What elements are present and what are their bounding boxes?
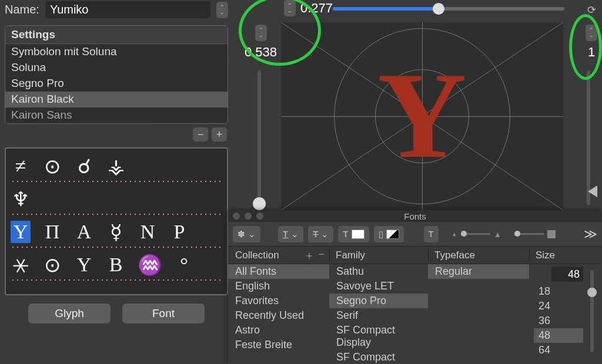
row-divider <box>11 279 222 281</box>
fonts-column-headers: Collection ＋ − Family Typeface Size <box>228 247 602 264</box>
settings-item[interactable]: Symbolon mit Soluna <box>5 44 228 60</box>
horizontal-slider-track[interactable] <box>333 7 564 11</box>
size-input[interactable] <box>551 267 583 282</box>
typography-icon: T <box>429 229 434 239</box>
strikethrough-button[interactable]: T⌄ <box>308 226 333 242</box>
collection-item[interactable]: Recently Used <box>228 308 329 323</box>
typography-button[interactable]: T <box>424 226 439 242</box>
collection-item[interactable]: English <box>228 279 329 294</box>
remove-setting-button[interactable]: − <box>193 127 208 141</box>
collection-item[interactable]: All Fonts <box>228 264 329 279</box>
glyph-cell[interactable]: Ρ <box>169 221 189 243</box>
glyph-cell[interactable]: ♆ <box>11 187 31 211</box>
glyph-cell[interactable]: ☌ <box>74 154 94 178</box>
family-item[interactable]: SF Compact Rounded <box>329 350 428 364</box>
left-vertical-slider-thumb[interactable] <box>253 197 266 210</box>
left-vertical-slider-track[interactable] <box>257 70 261 205</box>
name-input[interactable] <box>45 1 210 18</box>
glyph-cell[interactable]: Υ <box>74 254 94 276</box>
underline-button[interactable]: T⌄ <box>278 226 303 242</box>
glyph-button[interactable]: Glyph <box>28 304 111 323</box>
size-list[interactable]: 18 24 36 48 64 <box>534 284 583 358</box>
size-item[interactable]: 48 <box>534 328 583 343</box>
document-color-button[interactable]: ▯ <box>374 226 404 242</box>
glyph-cell[interactable]: Ν <box>138 221 158 243</box>
column-size-label: Size <box>529 250 602 261</box>
glyph-cell[interactable]: ⚹ <box>11 254 31 277</box>
size-item[interactable]: 64 <box>534 343 583 358</box>
document-icon: ▯ <box>379 229 383 240</box>
collection-item[interactable]: Astro <box>228 323 329 338</box>
glyph-cell[interactable]: ☿ <box>106 220 126 244</box>
left-value: 0.538 <box>245 45 277 60</box>
collection-list[interactable]: All Fonts English Favorites Recently Use… <box>228 264 329 364</box>
settings-item[interactable]: Segno Pro <box>5 76 228 92</box>
collection-item[interactable]: Feste Breite <box>228 338 329 352</box>
size-slider-track[interactable] <box>590 270 594 352</box>
text-color-button[interactable]: T <box>338 226 369 242</box>
settings-item[interactable]: Kairon Sans <box>5 107 228 123</box>
top-value: 0.277 <box>300 1 333 16</box>
refresh-icon[interactable]: ⟳ <box>587 4 596 16</box>
glyph-cell[interactable]: Α <box>74 221 94 243</box>
add-collection-button[interactable]: ＋ <box>304 248 315 262</box>
glyph-cell[interactable]: ° <box>174 254 194 276</box>
text-color-icon: T <box>343 229 348 239</box>
shadow-preview-icon <box>547 230 556 238</box>
shadow-opacity-slider[interactable]: ▲ ▲ <box>452 230 502 239</box>
font-button[interactable]: Font <box>122 304 205 323</box>
settings-list[interactable]: Symbolon mit Soluna Soluna Segno Pro Kai… <box>5 44 228 123</box>
shadow-blur-slider[interactable] <box>514 230 556 238</box>
size-slider-thumb[interactable] <box>587 288 597 297</box>
horizontal-slider-thumb[interactable] <box>433 3 444 15</box>
typeface-list[interactable]: Regular <box>428 264 529 364</box>
family-item[interactable]: Segno Pro <box>329 294 428 308</box>
glyph-palette[interactable]: ≠ ⊙ ☌ ⚶ ♆ Υ Π Α ☿ Ν Ρ ⚹ ⊙ Υ Β ♒ ° <box>5 147 228 295</box>
add-setting-button[interactable]: + <box>212 127 227 141</box>
strikethrough-icon: T <box>313 229 318 239</box>
name-stepper[interactable]: ⌃⌄ <box>216 2 228 18</box>
top-value-stepper[interactable]: ⌃⌄ <box>284 0 296 16</box>
family-list[interactable]: Sathu Savoye LET Segno Pro Serif SF Comp… <box>329 264 428 364</box>
glyph-cell[interactable]: Β <box>106 254 126 276</box>
chevron-down-icon: ⌄ <box>321 229 329 240</box>
size-item[interactable]: 18 <box>534 284 583 299</box>
right-vertical-slider-thumb[interactable] <box>588 186 597 197</box>
typeface-item[interactable]: Regular <box>428 264 529 279</box>
size-item[interactable]: 24 <box>534 299 583 314</box>
family-item[interactable]: Savoye LET <box>329 279 428 294</box>
gear-icon: ✽ <box>238 229 245 240</box>
family-item[interactable]: SF Compact Display <box>329 323 428 350</box>
shadow-high-icon: ▲ <box>494 230 502 239</box>
size-item[interactable]: 36 <box>534 314 583 328</box>
remove-collection-button[interactable]: − <box>318 248 325 262</box>
column-family-label: Family <box>329 250 428 261</box>
settings-header: Settings <box>5 26 228 44</box>
glyph-preview: Υ <box>281 22 563 210</box>
glyph-cell[interactable]: ⊙ <box>42 154 62 178</box>
settings-item[interactable]: Kairon Black <box>5 92 228 107</box>
fonts-titlebar[interactable]: Fonts <box>228 210 602 222</box>
fonts-toolbar: ✽⌄ T⌄ T⌄ T ▯ T ▲ ▲ ≫ <box>228 222 602 247</box>
collection-item[interactable]: Favorites <box>228 294 329 308</box>
fonts-title: Fonts <box>228 211 602 221</box>
gear-menu-button[interactable]: ✽⌄ <box>233 226 260 242</box>
glyph-cell[interactable]: ⚶ <box>106 154 126 178</box>
left-value-stepper[interactable]: ⌃⌄ <box>255 25 267 41</box>
row-divider <box>11 213 222 215</box>
right-value-stepper[interactable]: ⌃⌄ <box>586 25 597 41</box>
settings-item[interactable]: Soluna <box>5 60 228 76</box>
glyph-cell-selected[interactable]: Υ <box>11 221 31 243</box>
more-icon[interactable]: ≫ <box>584 227 597 242</box>
family-item[interactable]: Sathu <box>329 264 428 279</box>
glyph-cell[interactable]: ⊙ <box>42 253 62 277</box>
chevron-down-icon: ⌄ <box>291 229 299 240</box>
column-collection-label: Collection <box>235 250 279 261</box>
chevron-down-icon: ⌄ <box>248 229 256 240</box>
glyph-cell[interactable]: ≠ <box>11 155 31 177</box>
glyph-cell[interactable]: ♒ <box>138 253 162 277</box>
fonts-panel: Fonts ✽⌄ T⌄ T⌄ T ▯ T ▲ ▲ ≫ Collection ＋ … <box>228 210 602 364</box>
family-item[interactable]: Serif <box>329 308 428 323</box>
size-column: 18 24 36 48 64 <box>529 264 602 364</box>
glyph-cell[interactable]: Π <box>42 221 62 243</box>
